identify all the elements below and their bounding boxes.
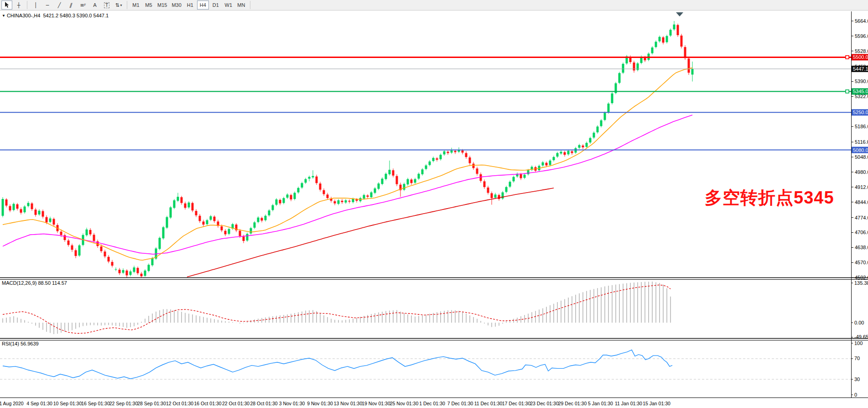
price-tick-label: 4980.0 xyxy=(855,169,868,175)
price-tick-label: 4638.0 xyxy=(855,245,868,250)
price-tick-label: 4844.0 xyxy=(855,199,868,205)
date-label: 1 Aug 2020 xyxy=(0,401,24,406)
symbol-dropdown-icon[interactable]: ▼ xyxy=(2,14,5,18)
chart-text-annotation[interactable]: 多空转折点5345 xyxy=(705,186,834,209)
price-tick-label: 5528.0 xyxy=(855,48,868,54)
symbol-name: CHINA300-,H4 xyxy=(7,13,40,18)
date-label: 7 Dec 01:30 xyxy=(447,401,473,406)
arrow-down-marker[interactable] xyxy=(676,12,683,16)
rsi-tick-label: 70 xyxy=(854,356,860,361)
date-label: 22 Oct 01:30 xyxy=(222,401,249,406)
price-badge-label: 5345.0 xyxy=(853,89,868,94)
ma-mid-magenta-line xyxy=(3,115,692,254)
price-tick-label: 4570.0 xyxy=(855,260,868,265)
price-tick-label: 5390.0 xyxy=(855,78,868,84)
price-tick-label: 4912.0 xyxy=(855,184,868,190)
symbol-ohlc: 5421.2 5480.3 5390.0 5447.1 xyxy=(43,13,109,18)
macd-tick-label: -49.65 xyxy=(854,334,868,340)
macd-tick-label: 135.38 xyxy=(854,280,868,286)
trading-terminal-window: ┼│─╱∥≡FAT⇅▾ M1M5M15M30H1H4D1W1MN ▼CHINA3… xyxy=(0,0,868,408)
price-tick-label: 4774.0 xyxy=(855,215,868,220)
date-label: 13 Nov 01:30 xyxy=(334,401,363,406)
price-badge-label: 5080.0 xyxy=(853,147,868,153)
date-label: 16 Sep 01:30 xyxy=(81,401,110,406)
price-tick-label: 4706.0 xyxy=(855,230,868,235)
date-label: 16 Oct 01:30 xyxy=(194,401,221,406)
date-label: 28 Oct 01:30 xyxy=(250,401,277,406)
date-label: 25 Nov 01:30 xyxy=(390,401,419,406)
symbol-title: ▼CHINA300-,H4 5421.2 5480.3 5390.0 5447.… xyxy=(2,13,109,18)
date-label: 12 Oct 01:30 xyxy=(166,401,193,406)
ma-slow-red-line xyxy=(187,188,554,277)
date-label: 3 Nov 01:30 xyxy=(279,401,305,406)
date-label: 22 Sep 01:30 xyxy=(109,401,138,406)
rsi-tick-label: 100 xyxy=(854,340,863,346)
price-tick-label: 5116.0 xyxy=(855,139,868,145)
price-tick-label: 5186.0 xyxy=(855,124,868,129)
date-label: 29 Dec 01:30 xyxy=(558,401,587,406)
rsi-tick-label: 30 xyxy=(854,377,860,382)
date-label: 23 Dec 01:30 xyxy=(530,401,559,406)
date-label: 11 Jan 01:30 xyxy=(615,401,642,406)
date-label: 17 Dec 01:30 xyxy=(502,401,531,406)
price-tick-label: 5048.0 xyxy=(855,154,868,160)
date-axis[interactable]: 1 Aug 20204 Sep 01:3010 Sep 01:3016 Sep … xyxy=(0,401,670,406)
date-label: 5 Jan 01:30 xyxy=(588,401,613,406)
macd-histogram xyxy=(3,282,670,334)
date-label: 9 Nov 01:30 xyxy=(307,401,333,406)
rsi-line xyxy=(3,350,672,379)
date-label: 1 Dec 01:30 xyxy=(419,401,445,406)
line-handle-5345[interactable] xyxy=(846,90,849,93)
date-label: 4 Sep 01:30 xyxy=(26,401,52,406)
rsi-indicator-label: RSI(14) 56.9639 xyxy=(2,341,39,346)
rsi-tick-label: 0 xyxy=(854,392,857,398)
macd-signal-line xyxy=(3,285,670,333)
price-badge-label: 5500.0 xyxy=(853,54,868,60)
date-label: 10 Sep 01:30 xyxy=(53,401,82,406)
price-tick-label: 5664.0 xyxy=(855,18,868,24)
price-badge-label: 5447.1 xyxy=(853,66,868,72)
macd-tick-label: 0.00 xyxy=(854,320,864,325)
ma-fast-orange-line xyxy=(3,68,692,261)
price-tick-label: 4502.0 xyxy=(855,275,868,280)
price-tick-label: 5596.0 xyxy=(855,33,868,39)
macd-indicator-label: MACD(12,26,9) 88.50 114.57 xyxy=(2,280,67,286)
date-label: 15 Jan 01:30 xyxy=(643,401,670,406)
candlestick-series xyxy=(2,21,694,277)
date-label: 28 Sep 01:30 xyxy=(137,401,166,406)
price-badge-label: 5250.0 xyxy=(853,110,868,115)
line-handle-5500[interactable] xyxy=(846,56,849,59)
date-label: 11 Dec 01:30 xyxy=(474,401,503,406)
date-label: 19 Nov 01:30 xyxy=(362,401,390,406)
